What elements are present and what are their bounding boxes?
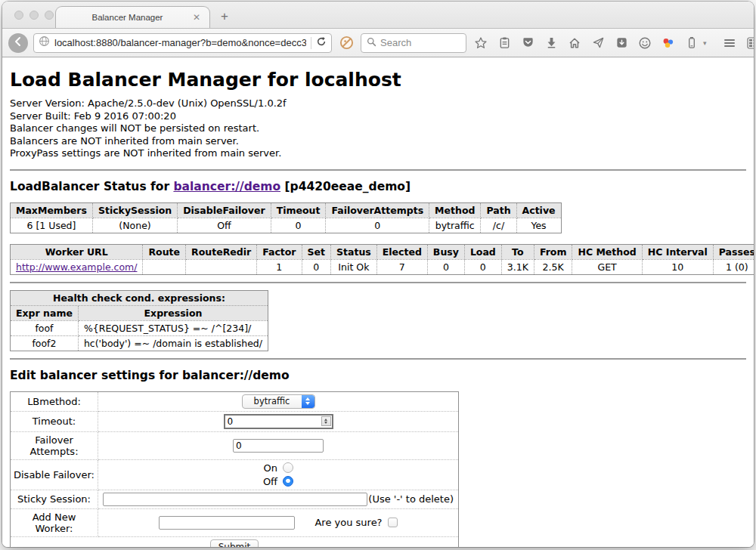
chevron-down-icon[interactable]: ▾	[703, 39, 707, 47]
disable-failover-off-radio[interactable]	[283, 476, 293, 487]
table-row: foof2hc('body') =~ /domain is establishe…	[11, 335, 268, 351]
proxypass-notice-line: ProxyPass settings are NOT inherited fro…	[10, 147, 746, 160]
column-header: Expr name	[11, 305, 79, 320]
table-cell: http://www.example.com/	[11, 259, 143, 274]
chat-smiley-icon[interactable]	[636, 34, 654, 52]
colored-dots-extension-icon[interactable]	[659, 34, 677, 52]
worker-url-link[interactable]: http://www.example.com/	[16, 261, 137, 273]
column-header: Set	[302, 244, 330, 259]
sticky-session-note: (Use '-' to delete)	[368, 493, 454, 505]
column-header: MaxMembers	[11, 202, 93, 218]
table-cell: 3.1K	[501, 259, 534, 274]
column-header: FailoverAttempts	[326, 202, 429, 218]
column-header: HC Interval	[642, 244, 713, 259]
table-cell: Yes	[516, 218, 561, 233]
failover-attempts-input[interactable]	[233, 439, 324, 453]
minimize-window-button[interactable]	[29, 11, 39, 20]
column-header: Method	[429, 202, 481, 218]
reload-icon[interactable]	[316, 36, 327, 50]
sticky-session-input[interactable]	[103, 493, 367, 506]
browser-window: Balancer Manager ✕ + localhost:8880/bala…	[2, 2, 754, 547]
table-cell: Init Ok	[331, 259, 377, 274]
timeout-input[interactable]	[224, 414, 333, 429]
reading-list-icon[interactable]	[495, 34, 513, 52]
section-divider	[10, 358, 746, 360]
menu-hamburger-icon[interactable]	[720, 34, 739, 52]
zoom-window-button[interactable]	[45, 11, 54, 20]
table-row: http://www.example.com/10Init Ok7003.1K2…	[11, 259, 754, 274]
balancer-status-table: MaxMembersStickySessionDisableFailoverTi…	[10, 202, 562, 233]
column-header: Factor	[257, 244, 302, 259]
timeout-label: Timeout:	[11, 411, 98, 431]
confirm-checkbox[interactable]	[388, 518, 398, 527]
tab-balancer-manager[interactable]: Balancer Manager ✕	[55, 6, 210, 28]
table-cell: %{REQUEST_STATUS} =~ /^[234]/	[78, 320, 268, 335]
bookmark-star-icon[interactable]	[472, 34, 490, 52]
inherit-notice-line: Balancers are NOT inherited from main se…	[10, 135, 746, 148]
search-icon	[367, 36, 376, 50]
close-window-button[interactable]	[14, 11, 23, 20]
send-page-icon[interactable]	[589, 34, 607, 52]
column-header: Timeout	[271, 202, 326, 218]
number-spinner-icon[interactable]	[321, 416, 331, 426]
worker-status-table: Worker URLRouteRouteRedirFactorSetStatus…	[10, 244, 754, 275]
save-to-device-icon[interactable]	[612, 34, 631, 52]
back-button[interactable]	[8, 33, 28, 53]
disable-failover-on-radio[interactable]	[283, 462, 293, 473]
disable-failover-label: Disable Failover:	[11, 459, 98, 490]
table-cell: 10	[642, 259, 713, 274]
table-cell: 2.5K	[534, 259, 572, 274]
lbmethod-select[interactable]: bytraffic	[242, 394, 315, 409]
column-header: Expression	[78, 305, 268, 320]
table-cell: 0	[464, 259, 501, 274]
page-title: Load Balancer Manager for localhost	[10, 69, 746, 91]
tiles-grid-icon[interactable]	[744, 34, 754, 52]
new-tab-button[interactable]: +	[221, 9, 228, 24]
tab-close-icon[interactable]: ✕	[191, 12, 202, 23]
navigation-toolbar: localhost:8880/balancer-manager?b=demo&n…	[2, 29, 754, 57]
balancer-settings-form: LBmethod: bytraffic Timeout:	[10, 391, 459, 547]
column-header: Load	[464, 244, 501, 259]
column-header: RouteRedir	[186, 244, 257, 259]
content-blocked-icon[interactable]	[337, 34, 355, 52]
add-worker-input[interactable]	[159, 516, 295, 530]
table-cell	[143, 259, 186, 274]
column-header: HC Method	[572, 244, 642, 259]
table-cell: 7	[376, 259, 427, 274]
edit-settings-heading: Edit balancer settings for balancer://de…	[10, 369, 746, 382]
add-worker-label: Add New Worker:	[11, 508, 98, 536]
urlbar-divider	[311, 37, 311, 49]
home-icon[interactable]	[565, 34, 584, 52]
column-header: DisableFailover	[178, 202, 271, 218]
url-text[interactable]: localhost:8880/balancer-manager?b=demo&n…	[54, 37, 306, 48]
table-cell: /c/	[481, 218, 516, 233]
select-stepper-icon	[302, 395, 314, 408]
tab-bar: Balancer Manager ✕ +	[2, 2, 754, 29]
column-header: Path	[481, 202, 516, 218]
table-cell: Off	[178, 218, 271, 233]
status-heading-prefix: LoadBalancer Status for	[10, 180, 173, 193]
table-cell: foof	[11, 320, 79, 335]
submit-button[interactable]: Submit	[210, 539, 259, 547]
loadbalancer-status-heading: LoadBalancer Status for balancer://demo …	[10, 180, 746, 193]
table-row: 6 [1 Used](None)Off00bytraffic/c/Yes	[11, 218, 562, 233]
url-bar[interactable]: localhost:8880/balancer-manager?b=demo&n…	[33, 33, 332, 53]
back-arrow-icon	[13, 36, 23, 50]
download-icon[interactable]	[542, 34, 560, 52]
column-header: Worker URL	[11, 244, 143, 259]
table-cell: (None)	[92, 218, 177, 233]
table-cell: 1 (0)	[713, 259, 754, 274]
device-battery-icon[interactable]	[683, 34, 701, 52]
pocket-icon[interactable]	[519, 34, 537, 52]
lbmethod-label: LBmethod:	[11, 391, 98, 411]
column-header: From	[534, 244, 572, 259]
table-row: foof%{REQUEST_STATUS} =~ /^[234]/	[11, 320, 268, 335]
table-cell	[186, 259, 257, 274]
sticky-session-label: Sticky Session:	[11, 490, 98, 508]
search-bar[interactable]: Search	[361, 33, 466, 53]
table-cell: 0	[427, 259, 464, 274]
table-cell: 6 [1 Used]	[11, 218, 93, 233]
site-identity-globe-icon[interactable]	[39, 36, 50, 50]
balancer-demo-link[interactable]: balancer://demo	[173, 180, 280, 193]
column-header: StickySession	[92, 202, 177, 218]
